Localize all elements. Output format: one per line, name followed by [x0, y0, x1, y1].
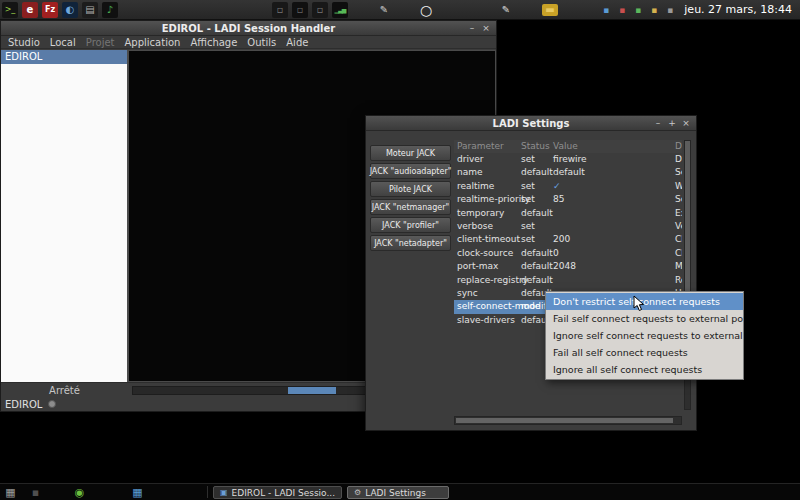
- param-name-cell: sync: [454, 287, 518, 300]
- tree-item-edirol[interactable]: EDIROL: [1, 50, 127, 64]
- scrollbar-thumb[interactable]: [288, 387, 336, 394]
- parameter-row[interactable]: temporary default Ex: [454, 207, 682, 220]
- settings-titlebar[interactable]: LADI Settings – + ×: [366, 116, 696, 131]
- param-name-cell: clock-source: [454, 247, 518, 260]
- terminal-icon[interactable]: >_: [2, 2, 18, 18]
- param-status-cell: default: [518, 166, 550, 179]
- menu-item[interactable]: Affichage: [185, 37, 242, 48]
- menu-item[interactable]: Application: [120, 37, 186, 48]
- param-value-cell[interactable]: [550, 207, 672, 220]
- param-value-cell[interactable]: firewire: [550, 153, 672, 166]
- scrollbar-thumb[interactable]: [456, 418, 673, 423]
- param-description-cell: Se: [672, 166, 682, 179]
- scrollbar-thumb[interactable]: [685, 141, 690, 307]
- param-status-cell: set: [518, 153, 550, 166]
- parameter-row[interactable]: name default default Se: [454, 166, 682, 179]
- menu-item[interactable]: Outils: [242, 37, 281, 48]
- tray-alert-icon[interactable]: ▪: [616, 4, 628, 16]
- table-header: Parameter Status Value De: [454, 140, 682, 153]
- settings-section-button[interactable]: JACK "netadapter": [370, 235, 451, 251]
- param-value-cell[interactable]: 2048: [550, 260, 672, 273]
- task-button[interactable]: ▣ EDIROL - LADI Sessio...: [213, 486, 342, 499]
- table-horizontal-scrollbar[interactable]: [454, 416, 682, 425]
- settings-section-button[interactable]: JACK "audioadapter": [370, 163, 451, 179]
- param-description-cell: Dri: [672, 153, 682, 166]
- enlightenment-icon[interactable]: ◉: [72, 485, 87, 500]
- parameter-row[interactable]: driver set firewire Dri: [454, 153, 682, 166]
- app-window-icon[interactable]: ▫: [292, 2, 308, 18]
- mouse-cursor-icon: [633, 295, 645, 317]
- menu-item[interactable]: Studio: [3, 37, 45, 48]
- browser-icon[interactable]: ◐: [62, 2, 78, 18]
- pencil-icon[interactable]: ✎: [498, 2, 514, 18]
- session-titlebar[interactable]: EDIROL - LADI Session Handler – ×: [1, 21, 496, 36]
- param-description-cell: Rep: [672, 274, 682, 287]
- settings-section-button[interactable]: JACK "netmanager": [370, 199, 451, 215]
- folder-icon[interactable]: ▬: [542, 4, 558, 16]
- record-circle-icon[interactable]: ○: [418, 2, 434, 18]
- param-value-cell[interactable]: 85: [550, 193, 672, 206]
- param-name-cell: client-timeout: [454, 233, 518, 246]
- param-status-cell: set: [518, 233, 550, 246]
- header-parameter: Parameter: [454, 140, 518, 153]
- param-value-cell[interactable]: 200: [550, 233, 672, 246]
- task-button[interactable]: ⚙ LADI Settings: [347, 486, 449, 499]
- parameter-row[interactable]: port-max default 2048 Ma: [454, 260, 682, 273]
- minimize-button[interactable]: –: [652, 118, 664, 129]
- param-value-cell[interactable]: default: [550, 166, 672, 179]
- param-value-cell[interactable]: 0: [550, 247, 672, 260]
- menu-item[interactable]: Local: [45, 37, 81, 48]
- param-value-cell[interactable]: [550, 274, 672, 287]
- param-status-cell: default: [518, 260, 550, 273]
- parameter-row[interactable]: replace-registry default Rep: [454, 274, 682, 287]
- settings-section-button[interactable]: JACK "profiler": [370, 217, 451, 233]
- show-desktop-icon[interactable]: ▪: [28, 485, 43, 500]
- minimize-button[interactable]: –: [466, 23, 478, 34]
- filezilla-icon[interactable]: Fz: [42, 2, 58, 18]
- menu-item[interactable]: Aide: [281, 37, 313, 48]
- maximize-button[interactable]: +: [666, 118, 678, 129]
- chart-icon[interactable]: ▁▃▅: [332, 2, 348, 18]
- close-button[interactable]: ×: [480, 23, 492, 34]
- tray-misc-icon[interactable]: ▪: [664, 4, 676, 16]
- start-menu-icon[interactable]: ▦: [3, 485, 18, 500]
- parameter-row[interactable]: realtime set ✓ Wh: [454, 180, 682, 193]
- param-status-cell: default: [518, 274, 550, 287]
- settings-section-button[interactable]: Moteur JACK: [370, 145, 451, 161]
- app-window-icon[interactable]: ▫: [272, 2, 288, 18]
- task-button-list: ▣ EDIROL - LADI Sessio... ⚙ LADI Setting…: [213, 486, 449, 499]
- tray-network-icon[interactable]: ▪: [600, 4, 612, 16]
- parameter-row[interactable]: realtime-priority set 85 Sch: [454, 193, 682, 206]
- param-value-cell[interactable]: [550, 220, 672, 233]
- app-window-icon[interactable]: ▫: [312, 2, 328, 18]
- param-name-cell: self-connect-mode: [454, 300, 518, 313]
- editor-icon[interactable]: e: [22, 2, 38, 18]
- menu-item[interactable]: Projet: [81, 37, 120, 48]
- settings-window-controls: – + ×: [652, 118, 696, 129]
- dropdown-option[interactable]: Ignore self connect requests to external…: [546, 327, 743, 344]
- tray-volume-icon[interactable]: ▪: [648, 4, 660, 16]
- files-icon[interactable]: ▤: [82, 2, 98, 18]
- workspace-pager-icon[interactable]: ▦: [130, 485, 145, 500]
- close-button[interactable]: ×: [680, 118, 692, 129]
- parameter-row[interactable]: verbose set Ver: [454, 220, 682, 233]
- param-name-cell: verbose: [454, 220, 518, 233]
- param-value-cell[interactable]: ✓: [550, 180, 672, 193]
- task-button-label: EDIROL - LADI Sessio...: [232, 488, 335, 498]
- parameter-row[interactable]: client-timeout set 200 Clie: [454, 233, 682, 246]
- param-description-cell: Clie: [672, 233, 682, 246]
- task-button-icon: ▣: [220, 488, 228, 497]
- studio-status-label: Arrêté: [1, 385, 128, 396]
- task-button-label: LADI Settings: [365, 488, 426, 498]
- dropdown-option[interactable]: Fail all self connect requests: [546, 344, 743, 361]
- tray-status-icon[interactable]: ▪: [632, 4, 644, 16]
- dropdown-option[interactable]: Ignore all self connect requests: [546, 361, 743, 378]
- clock[interactable]: jeu. 27 mars, 18:44: [678, 3, 800, 16]
- settings-section-button[interactable]: Pilote JACK: [370, 181, 451, 197]
- tools-icon[interactable]: ✎: [376, 2, 392, 18]
- media-icon[interactable]: ♪: [102, 2, 118, 18]
- menubar: Studio Local Projet Application Affichag…: [1, 36, 496, 49]
- parameter-row[interactable]: clock-source default 0 Clo: [454, 247, 682, 260]
- header-status: Status: [518, 140, 550, 153]
- session-window-controls: – ×: [466, 23, 496, 34]
